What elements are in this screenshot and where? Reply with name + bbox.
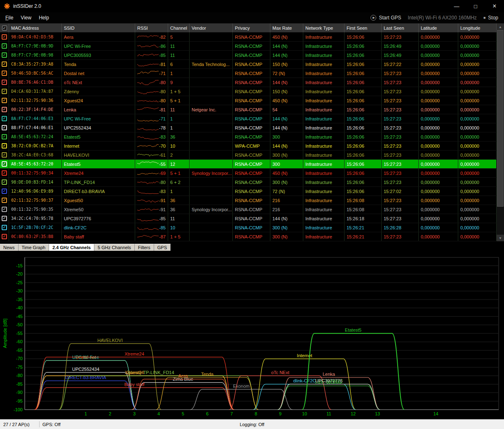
cell-longitude: 0,000000 [458, 151, 497, 159]
cell-latitude: 0,000000 [419, 169, 458, 177]
cell-network_type: Infrastructure [303, 141, 345, 150]
cell-mac: 00:22:3F:14:F4:DE [9, 105, 62, 114]
column-header-vendor[interactable]: Vendor [190, 24, 233, 33]
column-header-last_seen[interactable]: Last Seen [382, 24, 419, 33]
table-row[interactable]: ✓8A:F7:C7:9E:0B:9DUPC Wi-Free-8611RSNA-C… [0, 42, 504, 51]
close-button[interactable]: × [485, 0, 504, 12]
table-row[interactable]: ✓A8:5E:45:63:72:20Etatest5-5512RSNA-CCMP… [0, 160, 504, 169]
network-checkbox[interactable]: ✓ [2, 198, 7, 203]
scrollbar-thumb[interactable] [497, 30, 504, 207]
tab-time-graph[interactable]: Time Graph [19, 244, 49, 251]
network-checkbox[interactable]: ✓ [2, 116, 7, 121]
network-checkbox[interactable]: ✓ [2, 134, 7, 139]
cell-longitude: 0,000000 [458, 141, 497, 150]
network-checkbox[interactable]: ✓ [2, 125, 7, 130]
network-checkbox[interactable]: ✓ [2, 80, 7, 85]
svg-text:8: 8 [255, 411, 257, 416]
network-checkbox[interactable]: ✓ [2, 89, 7, 94]
cell-latitude: 0,000000 [419, 196, 458, 205]
network-checkbox[interactable]: ✓ [2, 216, 7, 221]
network-checkbox[interactable]: ✓ [2, 234, 7, 239]
table-row[interactable]: ✓34:2C:C4:70:95:78UPC3972776-8511RSNA-CC… [0, 214, 504, 223]
cell-network_type: Infrastructure [303, 96, 345, 105]
stop-button[interactable]: ■ Stop [483, 15, 498, 21]
network-curve-label: Ekonom [233, 384, 249, 389]
table-row[interactable]: ✓0C:80:63:2F:35:B8Baby staff-871 + 5RSNA… [0, 232, 504, 241]
network-checkbox[interactable]: ✓ [2, 43, 7, 49]
column-header-rssi[interactable]: RSSI [135, 24, 168, 33]
menu-help[interactable]: Help [35, 13, 53, 23]
table-row[interactable]: ✓12:A0:96:D6:E9:89DIRECT-b3-BRAVIA-831RS… [0, 187, 504, 196]
rssi-sparkline [137, 143, 159, 149]
tab-filters[interactable]: Filters [135, 244, 154, 251]
tab-2-4-ghz-channels[interactable]: 2.4 GHz Channels [49, 244, 94, 251]
network-checkbox[interactable]: ✓ [2, 107, 7, 112]
cell-mac: 1C:5F:2B:70:CF:2C [9, 223, 62, 232]
rssi-value: -85 [159, 53, 166, 58]
network-checkbox[interactable]: ✓ [2, 152, 7, 158]
table-row[interactable]: ✓A8:5E:45:63:72:24Etatest5-8336RSNA-CCMP… [0, 132, 504, 141]
network-checkbox[interactable]: ✓ [2, 225, 7, 230]
cell-network_type: Infrastructure [303, 214, 345, 223]
network-checkbox[interactable]: ✓ [2, 170, 7, 176]
table-row[interactable]: ✓88:F7:C7:9E:0B:98UPC3005593-8511RSNA-CC… [0, 51, 504, 60]
network-checkbox[interactable]: ✓ [2, 61, 7, 67]
column-header-longitude[interactable]: Longitude [458, 24, 497, 33]
vertical-scrollbar[interactable]: ▲ ▼ [497, 24, 504, 241]
tab-gps[interactable]: GPS [154, 244, 171, 251]
network-checkbox[interactable]: ✓ [2, 71, 7, 76]
cell-network_type: Infrastructure [303, 205, 345, 214]
table-row[interactable]: ✓C8:3A:35:27:39:A8Tenda-816Tenda Technol… [0, 60, 504, 69]
scroll-up-arrow[interactable]: ▲ [497, 24, 504, 30]
column-header-channel[interactable]: Channel [168, 24, 190, 33]
cell-ssid: Etatest5 [62, 160, 135, 168]
cell-first_seen: 15:26:06 [345, 51, 382, 59]
column-header-ssid[interactable]: SSID [62, 24, 135, 33]
scroll-down-arrow[interactable]: ▼ [497, 235, 504, 241]
table-row[interactable]: ✓02:11:32:75:90:36Xguest24-805 + 1RSNA-C… [0, 96, 504, 105]
menu-view[interactable]: View [17, 13, 35, 23]
column-header-max_rate[interactable]: Max Rate [270, 24, 303, 33]
tab-5-ghz-channels[interactable]: 5 GHz Channels [94, 244, 135, 251]
table-row[interactable]: ✓B0:BE:76:A6:C1:DBoTc NExt-809RSNA-CCMP1… [0, 78, 504, 87]
table-row[interactable]: ✓88:F7:C7:44:06:E1UPC2552434-781RSNA-CCM… [0, 123, 504, 132]
maximize-button[interactable]: □ [466, 0, 485, 12]
network-curve-label: Lenka [323, 372, 335, 377]
network-checkbox[interactable]: ✓ [2, 52, 7, 58]
minimize-button[interactable]: — [447, 0, 466, 12]
table-row[interactable]: ✓00:11:32:75:90:34Xtreme24-695 + 1Synolo… [0, 169, 504, 178]
select-all-checkbox[interactable]: ✓ [0, 24, 9, 33]
table-row[interactable]: ✓D4:CA:6D:31:7A:87Zdenny-801 + 5RSNA-CCM… [0, 87, 504, 96]
menu-file[interactable]: File [2, 13, 17, 23]
table-row[interactable]: ✓38:72:C0:DC:B2:7AInternet-7010WPA-CCMP1… [0, 141, 504, 151]
table-row[interactable]: ✓02:11:32:75:90:37Xguest50-9136RSNA-CCMP… [0, 196, 504, 205]
table-row[interactable]: ✓1C:5F:2B:70:CF:2Cdlink-CF2C-8510RSNA-CC… [0, 223, 504, 232]
table-row[interactable]: ✓8A:F7:C7:44:06:E3UPC Wi-Free-711RSNA-CC… [0, 114, 504, 123]
column-header-network_type[interactable]: Network Type [303, 24, 345, 33]
network-checkbox[interactable]: ✓ [2, 34, 7, 40]
table-row[interactable]: ✓98:DE:D0:B3:FD:14TP-LINK_FD14-806 + 2RS… [0, 178, 504, 187]
column-header-latitude[interactable]: Latitude [419, 24, 458, 33]
column-header-mac[interactable]: MAC Address [9, 24, 62, 33]
table-row[interactable]: ✓38:2C:4A:E0:C3:68HAVELKOVI-612RSNA-CCMP… [0, 151, 504, 160]
table-row[interactable]: ✓00:11:32:75:90:35Xtreme50-9136Synology … [0, 205, 504, 214]
table-row[interactable]: ✓50:46:5D:BC:56:ACDostal net-711RSNA-CCM… [0, 69, 504, 78]
cell-rssi: -55 [135, 160, 168, 168]
cell-longitude: 0,000000 [458, 214, 497, 223]
cell-latitude: 0,000000 [419, 123, 458, 132]
network-checkbox[interactable]: ✓ [2, 161, 7, 167]
cell-longitude: 0,000000 [458, 78, 497, 87]
network-checkbox[interactable]: ✓ [2, 98, 7, 103]
network-checkbox[interactable]: ✓ [2, 143, 7, 148]
column-header-privacy[interactable]: Privacy [233, 24, 270, 33]
cell-network_type: Infrastructure [303, 132, 345, 141]
network-checkbox[interactable]: ✓ [2, 179, 7, 185]
tab-news[interactable]: News [0, 244, 19, 251]
network-checkbox[interactable]: ✓ [2, 189, 7, 194]
table-row[interactable]: ✓98:DA:C4:02:D3:5BAera-825RSNA-CCMP450 (… [0, 33, 504, 42]
table-row[interactable]: ✓00:22:3F:14:F4:DELenka-8111Netgear Inc.… [0, 105, 504, 114]
network-checkbox[interactable]: ✓ [2, 207, 7, 212]
rssi-value: -91 [159, 207, 166, 212]
column-header-first_seen[interactable]: First Seen [345, 24, 382, 33]
start-gps-button[interactable]: ▶ Start GPS [370, 15, 401, 21]
